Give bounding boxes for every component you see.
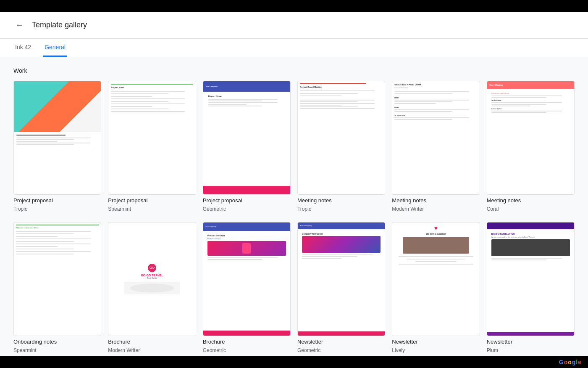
template-subname: Tropic [297, 206, 385, 212]
template-name: Meeting notes [297, 197, 385, 204]
template-project-proposal-tropic[interactable]: Project proposal Tropic [13, 81, 101, 212]
google-logo: G o o g l e [559, 359, 581, 365]
template-onboarding-notes[interactable]: Welcome to Company Name Onboarding notes… [13, 222, 101, 353]
page-title: Template gallery [32, 21, 87, 29]
template-meeting-notes-tropic[interactable]: Annual Board Meeting Meeting notes Tropi… [297, 81, 385, 212]
template-newsletter-plum[interactable]: Blu-Blur NEWSLETTER We are nominated for… [487, 222, 575, 353]
template-name: Newsletter [392, 339, 480, 345]
template-project-proposal-spearmint[interactable]: Project Name Project proposal Spearmint [108, 81, 196, 212]
templates-row-1: Project proposal Tropic Project Name Pro… [13, 81, 575, 212]
template-name: Brochure [108, 339, 196, 345]
thumbnail-newsletter-plum: Blu-Blur NEWSLETTER We are nominated for… [487, 222, 575, 336]
bottom-bar: G o o g l e [0, 356, 588, 368]
template-project-proposal-geometric[interactable]: Your Company Project Name Project propos… [203, 81, 291, 212]
back-button[interactable]: ← [13, 19, 25, 32]
tab-ink42[interactable]: Ink 42 [13, 39, 33, 57]
thumbnail-meeting-mw: MEETING NAME 00/04 some details here ITE… [392, 81, 480, 195]
template-subname: Spearmint [108, 206, 196, 212]
content-area: Work Project proposal Tropic [0, 57, 588, 368]
template-subname: Geometric [203, 206, 291, 212]
template-name: Newsletter [487, 339, 575, 345]
templates-row-2: Welcome to Company Name Onboarding notes… [13, 222, 575, 353]
template-subname: Coral [487, 206, 575, 212]
template-name: Brochure [203, 339, 291, 345]
thumbnail-onboarding: Welcome to Company Name [13, 222, 101, 336]
header: ← Template gallery [0, 12, 588, 39]
thumbnail-brochure-geo: Your Company Product Brochure Product Ov… [203, 222, 291, 336]
thumbnail-project-tropic [13, 81, 101, 195]
template-subname: Plum [487, 347, 575, 353]
thumbnail-brochure-mw: GO GO·GO TRAVEL Tour Guide [108, 222, 196, 336]
tab-general[interactable]: General [43, 39, 67, 57]
template-name: Onboarding notes [13, 339, 101, 345]
thumbnail-project-geometric: Your Company Project Name [203, 81, 291, 195]
thumbnail-meeting-tropic: Annual Board Meeting [297, 81, 385, 195]
template-subname: Tropic [13, 206, 101, 212]
template-meeting-notes-coral[interactable]: Team Meeting SUBTITLE/DATE HERE To Be No… [487, 81, 575, 212]
template-subname: Lively [392, 347, 480, 353]
template-subname: Geometric [297, 347, 385, 353]
template-subname: Modern Writer [108, 347, 196, 353]
template-brochure-geo[interactable]: Your Company Product Brochure Product Ov… [203, 222, 291, 353]
template-brochure-mw[interactable]: GO GO·GO TRAVEL Tour Guide Brochure Mode… [108, 222, 196, 353]
section-work-title: Work [13, 67, 575, 74]
template-name: Project proposal [203, 197, 291, 204]
thumbnail-newsletter-geo: Your Company Company Newsletter [297, 222, 385, 336]
template-name: Project proposal [108, 197, 196, 204]
top-bar [0, 0, 588, 12]
template-subname: Spearmint [13, 347, 101, 353]
template-subname: Geometric [203, 347, 291, 353]
template-name: Project proposal [13, 197, 101, 204]
template-name: Meeting notes [392, 197, 480, 204]
template-meeting-notes-mw[interactable]: MEETING NAME 00/04 some details here ITE… [392, 81, 480, 212]
thumbnail-project-spearmint: Project Name [108, 81, 196, 195]
template-name: Newsletter [297, 339, 385, 345]
thumbnail-newsletter-lively: ♥ We have a surprise! [392, 222, 480, 336]
template-newsletter-geo[interactable]: Your Company Company Newsletter Newslett… [297, 222, 385, 353]
template-subname: Modern Writer [392, 206, 480, 212]
template-newsletter-lively[interactable]: ♥ We have a surprise! Newsletter Lively [392, 222, 480, 353]
template-name: Meeting notes [487, 197, 575, 204]
tabs-bar: Ink 42 General [0, 39, 588, 57]
thumbnail-meeting-coral: Team Meeting SUBTITLE/DATE HERE To Be No… [487, 81, 575, 195]
